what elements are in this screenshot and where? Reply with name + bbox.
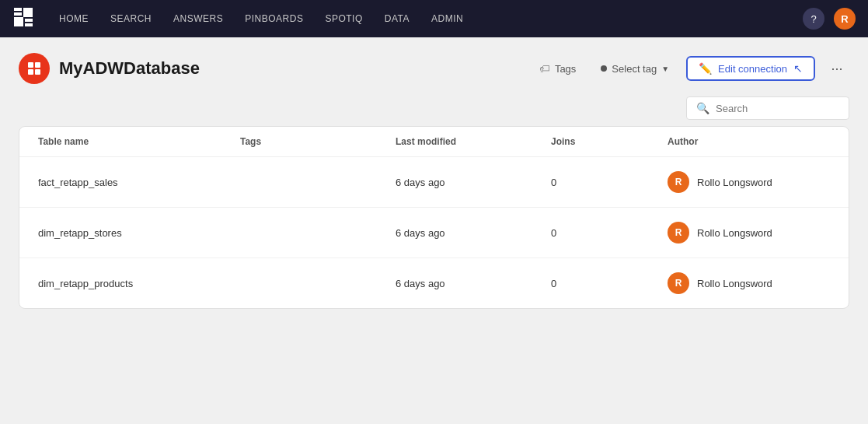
cell-last-modified-0: 6 days ago — [396, 177, 551, 188]
nav-data[interactable]: DATA — [375, 9, 419, 29]
table-row[interactable]: dim_retapp_products 6 days ago 0 R Rollo… — [19, 258, 849, 308]
nav-search[interactable]: SEARCH — [101, 9, 161, 29]
svg-rect-5 — [25, 23, 33, 26]
author-name-2: Rollo Longsword — [697, 278, 772, 289]
svg-rect-7 — [35, 62, 40, 68]
avatar: R — [668, 171, 689, 193]
svg-rect-3 — [14, 17, 23, 26]
nav-home[interactable]: HOME — [50, 9, 98, 29]
search-row: 🔍 — [19, 96, 849, 120]
pencil-icon: ✏️ — [699, 62, 712, 75]
tables-table: Table name Tags Last modified Joins Auth… — [19, 126, 849, 309]
avatar: R — [668, 272, 689, 294]
cell-joins-0: 0 — [551, 177, 668, 188]
database-icon — [19, 53, 50, 84]
help-button[interactable]: ? — [803, 8, 824, 30]
app-logo[interactable] — [12, 6, 34, 32]
cell-joins-2: 0 — [551, 278, 668, 289]
search-icon: 🔍 — [696, 102, 709, 114]
edit-connection-label: Edit connection — [718, 63, 787, 75]
chevron-down-icon: ▼ — [661, 65, 669, 73]
svg-rect-0 — [14, 8, 22, 11]
cell-author-2: R Rollo Longsword — [668, 272, 830, 294]
navbar: HOME SEARCH ANSWERS PINBOARDS SPOTIQ DAT… — [0, 0, 868, 37]
search-box: 🔍 — [686, 96, 849, 120]
svg-rect-8 — [28, 69, 33, 75]
main-content: MyADWDatabase 🏷 Tags Select tag ▼ ✏️ Edi… — [0, 37, 868, 424]
svg-rect-2 — [23, 8, 33, 17]
nav-admin[interactable]: ADMIN — [422, 9, 472, 29]
table-row[interactable]: dim_retapp_stores 6 days ago 0 R Rollo L… — [19, 208, 849, 258]
search-input[interactable] — [716, 103, 839, 114]
tags-button[interactable]: 🏷 Tags — [532, 58, 584, 79]
col-table-name: Table name — [38, 136, 240, 147]
cursor-icon: ↖ — [793, 62, 803, 75]
cell-author-1: R Rollo Longsword — [668, 222, 830, 244]
nav-spotiq[interactable]: SPOTIQ — [315, 9, 371, 29]
col-last-modified: Last modified — [396, 136, 551, 147]
cell-table-name-1: dim_retapp_stores — [38, 227, 240, 239]
nav-pinboards[interactable]: PINBOARDS — [235, 9, 312, 29]
svg-rect-9 — [35, 69, 40, 75]
tags-label: Tags — [555, 63, 576, 75]
cell-last-modified-1: 6 days ago — [396, 227, 551, 239]
edit-connection-button[interactable]: ✏️ Edit connection ↖ — [686, 56, 815, 81]
user-avatar[interactable]: R — [834, 8, 856, 30]
select-tag-dot — [601, 65, 607, 72]
col-joins: Joins — [551, 136, 668, 147]
author-name-1: Rollo Longsword — [697, 227, 772, 239]
svg-rect-1 — [14, 12, 22, 16]
cell-joins-1: 0 — [551, 227, 668, 239]
table-header: Table name Tags Last modified Joins Auth… — [19, 127, 849, 157]
cell-last-modified-2: 6 days ago — [396, 278, 551, 289]
author-name-0: Rollo Longsword — [697, 177, 772, 188]
table-row[interactable]: fact_retapp_sales 6 days ago 0 R Rollo L… — [19, 157, 849, 208]
col-tags: Tags — [240, 136, 396, 147]
nav-answers[interactable]: ANSWERS — [164, 9, 232, 29]
cell-table-name-0: fact_retapp_sales — [38, 177, 240, 188]
avatar: R — [668, 222, 689, 244]
col-author: Author — [668, 136, 830, 147]
tag-icon: 🏷 — [539, 62, 550, 75]
more-options-button[interactable]: ··· — [824, 56, 849, 81]
select-tag-label: Select tag — [612, 63, 657, 75]
svg-rect-6 — [28, 62, 33, 68]
select-tag-button[interactable]: Select tag ▼ — [593, 58, 677, 79]
svg-rect-4 — [25, 19, 33, 22]
page-header: MyADWDatabase 🏷 Tags Select tag ▼ ✏️ Edi… — [19, 37, 849, 96]
cell-author-0: R Rollo Longsword — [668, 171, 830, 193]
cell-table-name-2: dim_retapp_products — [38, 278, 240, 289]
database-title: MyADWDatabase — [59, 58, 200, 79]
